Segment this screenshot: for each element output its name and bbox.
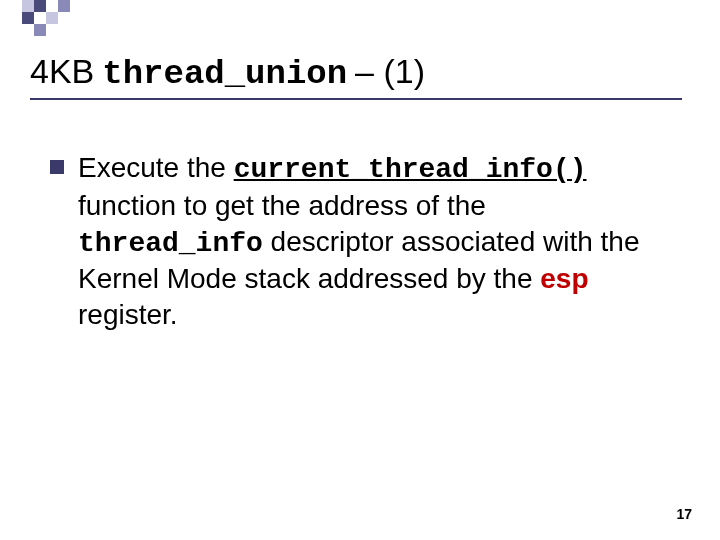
title-prefix: 4KB	[30, 52, 94, 91]
function-name: current_thread_info()	[234, 154, 587, 185]
content-area: Execute the current_thread_info() functi…	[50, 150, 650, 333]
bullet-item: Execute the current_thread_info() functi…	[50, 150, 650, 333]
slide-title: 4KB thread_union – (1)	[30, 52, 425, 93]
corner-decoration	[22, 0, 70, 36]
descriptor-name: thread_info	[78, 228, 263, 259]
title-underline	[30, 98, 682, 100]
text-fragment: function to get the address of the	[78, 190, 486, 221]
title-code: thread_union	[102, 55, 347, 93]
register-name: esp	[540, 263, 588, 294]
title-suffix: – (1)	[355, 52, 425, 91]
text-fragment: Execute the	[78, 152, 234, 183]
text-fragment: register.	[78, 299, 178, 330]
page-number: 17	[676, 506, 692, 522]
bullet-text: Execute the current_thread_info() functi…	[78, 150, 650, 333]
square-bullet-icon	[50, 160, 64, 174]
